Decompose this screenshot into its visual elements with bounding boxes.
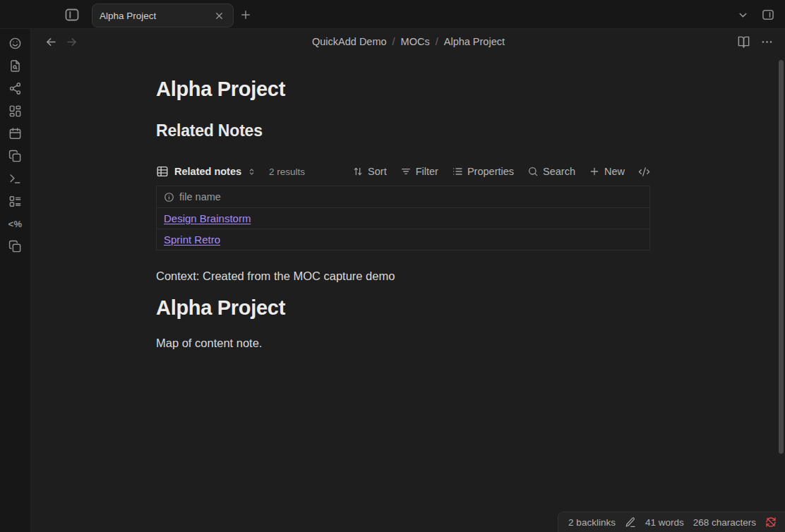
new-button[interactable]: New bbox=[589, 166, 625, 177]
plus-icon bbox=[589, 166, 600, 177]
paragraph-context: Context: Created from the MOC capture de… bbox=[156, 267, 650, 284]
search-icon bbox=[527, 166, 539, 177]
link-sprint-retro[interactable]: Sprint Retro bbox=[164, 234, 220, 246]
properties-button[interactable]: Properties bbox=[452, 166, 514, 177]
code-icon bbox=[638, 166, 650, 178]
plus-icon bbox=[239, 8, 252, 21]
breadcrumb-alpha-project[interactable]: Alpha Project bbox=[444, 36, 505, 47]
calendar-icon[interactable] bbox=[7, 125, 24, 142]
editor-pane: QuickAdd Demo / MOCs / Alpha Project Alp… bbox=[32, 30, 785, 532]
view-header: QuickAdd Demo / MOCs / Alpha Project bbox=[32, 30, 785, 54]
character-count: 268 characters bbox=[693, 517, 756, 528]
sort-button[interactable]: Sort bbox=[352, 166, 387, 177]
code-view-button[interactable] bbox=[638, 166, 650, 178]
base-view-name: Related notes bbox=[174, 166, 241, 177]
close-icon bbox=[214, 11, 224, 21]
tab-title: Alpha Project bbox=[100, 11, 212, 21]
sync-error-icon[interactable] bbox=[765, 516, 777, 528]
ribbon: <% bbox=[0, 29, 31, 532]
list-layout-icon[interactable] bbox=[7, 193, 24, 210]
note-title: Alpha Project bbox=[156, 76, 650, 102]
base-view-selector[interactable]: Related notes bbox=[156, 165, 256, 178]
breadcrumb: QuickAdd Demo / MOCs / Alpha Project bbox=[32, 30, 785, 54]
base-toolbar: Related notes 2 results Sort Filter Prop… bbox=[156, 161, 650, 182]
files-icon[interactable] bbox=[7, 147, 24, 164]
base-table: file name Design Brainstorm Sprint Retro bbox=[156, 186, 650, 250]
paragraph-moc: Map of content note. bbox=[156, 334, 650, 351]
pencil-icon bbox=[625, 516, 636, 528]
section-heading: Related Notes bbox=[156, 121, 650, 140]
new-tab-button[interactable] bbox=[239, 8, 253, 22]
results-count: 2 results bbox=[269, 167, 305, 177]
embedded-note-title: Alpha Project bbox=[156, 295, 650, 320]
ellipsis-icon bbox=[760, 35, 774, 49]
edit-mode-indicator[interactable] bbox=[625, 516, 636, 528]
book-open-icon bbox=[737, 35, 750, 49]
sidebar-left-icon bbox=[64, 6, 80, 23]
tab-alpha-project[interactable]: Alpha Project bbox=[92, 4, 234, 28]
search-button[interactable]: Search bbox=[527, 166, 575, 177]
smile-icon[interactable] bbox=[7, 35, 24, 52]
more-options-button[interactable] bbox=[760, 35, 774, 49]
tab-close-button[interactable] bbox=[212, 9, 226, 23]
status-bar: 2 backlinks 41 words 268 characters bbox=[558, 512, 785, 532]
breadcrumb-mocs[interactable]: MOCs bbox=[401, 36, 430, 47]
file-search-icon[interactable] bbox=[7, 57, 24, 74]
chevron-down-icon bbox=[737, 9, 749, 21]
breadcrumb-quickadd-demo[interactable]: QuickAdd Demo bbox=[312, 36, 387, 47]
tab-list-dropdown[interactable] bbox=[736, 8, 750, 22]
chevrons-up-down-icon bbox=[247, 167, 256, 176]
table-row: Design Brainstorm bbox=[157, 208, 650, 229]
link-design-brainstorm[interactable]: Design Brainstorm bbox=[164, 212, 251, 224]
dashboard-icon[interactable] bbox=[7, 102, 24, 119]
files-icon-2[interactable] bbox=[7, 238, 24, 255]
obsidian-window: Alpha Project bbox=[0, 0, 785, 532]
properties-list-icon bbox=[452, 166, 463, 177]
filter-button[interactable]: Filter bbox=[400, 166, 438, 177]
sort-icon bbox=[352, 166, 364, 177]
graph-icon[interactable] bbox=[7, 80, 24, 97]
table-row: Sprint Retro bbox=[157, 229, 650, 250]
table-icon bbox=[156, 165, 169, 178]
sidebar-right-icon bbox=[761, 6, 775, 23]
filter-icon bbox=[400, 166, 412, 177]
column-header-file-name[interactable]: file name bbox=[157, 186, 650, 208]
terminal-icon[interactable] bbox=[7, 170, 24, 187]
backlinks-count[interactable]: 2 backlinks bbox=[568, 517, 616, 528]
tab-bar: Alpha Project bbox=[0, 0, 785, 29]
word-count: 41 words bbox=[645, 517, 684, 528]
templater-icon[interactable]: <% bbox=[7, 215, 24, 232]
info-icon bbox=[164, 192, 174, 202]
right-sidebar-toggle-button[interactable] bbox=[761, 8, 775, 22]
scrollbar-thumb[interactable] bbox=[779, 60, 784, 454]
reading-mode-button[interactable] bbox=[736, 35, 750, 49]
left-sidebar-toggle-button[interactable] bbox=[63, 6, 81, 24]
